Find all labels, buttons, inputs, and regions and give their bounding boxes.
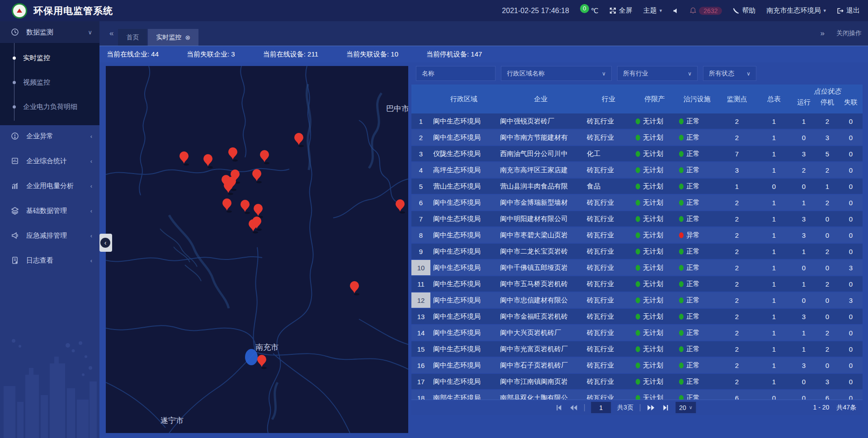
page-size-select[interactable]: 20 ∨: [675, 402, 696, 413]
org-dropdown[interactable]: 南充市生态环境局 ▾: [766, 6, 826, 15]
first-page-button[interactable]: [555, 404, 562, 411]
status-select[interactable]: 所有状态 ∨: [703, 66, 756, 81]
sidebar-collapse-handle[interactable]: ‹: [99, 234, 112, 252]
sidebar-item-1[interactable]: 企业异常‹: [0, 125, 99, 147]
cell-company: 阆中市江南镇阆南页岩: [497, 374, 584, 389]
table-row-17[interactable]: 17阆中生态环境局阆中市江南镇阆南页岩砖瓦行业无计划正常21030: [411, 374, 863, 389]
tabs-scroll-right-icon[interactable]: »: [821, 29, 825, 38]
cell-lost: 0: [839, 162, 863, 178]
sidebar-subitem-0[interactable]: 实时监控: [0, 46, 99, 70]
tab-1[interactable]: 实时监控⊗: [148, 29, 198, 46]
map-pin-icon[interactable]: [203, 154, 213, 169]
map-pin-icon[interactable]: [260, 150, 269, 165]
map-pin-icon[interactable]: [241, 200, 250, 214]
row-number: 2: [411, 130, 430, 145]
table-row-13[interactable]: 13阆中生态环境局阆中市金福旺页岩机砖砖瓦行业无计划正常21300: [411, 309, 863, 324]
map-pin-icon[interactable]: [222, 198, 232, 213]
cell-industry: 砖瓦行业: [584, 113, 633, 129]
table-row-7[interactable]: 7阆中生态环境局阆中明阳建材有限公司砖瓦行业无计划正常21300: [411, 211, 863, 226]
name-search-input[interactable]: 名称: [416, 66, 495, 81]
sidebar-subitem-2[interactable]: 企业电力负荷明细: [0, 94, 99, 119]
map-pin-icon[interactable]: [228, 147, 238, 162]
logout-button[interactable]: 退出: [837, 6, 860, 15]
map-pin-icon[interactable]: [396, 199, 405, 214]
table-row-1[interactable]: 1阆中生态环境局阆中强锐页岩砖厂砖瓦行业无计划正常21120: [411, 113, 863, 129]
last-page-button[interactable]: [662, 404, 669, 411]
table-row-10[interactable]: 10阆中生态环境局阆中千佛镇五郎垭页岩砖瓦行业无计划正常21003: [411, 260, 863, 275]
theme-dropdown[interactable]: 主题 ▾: [643, 6, 662, 15]
map-pin-icon[interactable]: [249, 219, 258, 234]
table-row-6[interactable]: 6阆中生态环境局阆中市金博瑞新型墙材砖瓦行业无计划正常21120: [411, 195, 863, 210]
tab-close-icon[interactable]: ⊗: [185, 34, 190, 41]
map-pin-icon[interactable]: [252, 169, 262, 184]
cell-lost: 0: [839, 195, 863, 210]
col-header-6: 总表: [756, 85, 792, 113]
table-row-9[interactable]: 9阆中生态环境局阆中市二龙长宝页岩砖砖瓦行业无计划正常21120: [411, 244, 863, 259]
next-page-button[interactable]: [646, 404, 656, 411]
map-pin-icon[interactable]: [257, 355, 267, 369]
table-row-8[interactable]: 8阆中生态环境局阆中市枣碧大梁山页岩砖瓦行业无计划异常21300: [411, 227, 863, 243]
sidebar-item-4[interactable]: 基础数据管理‹: [0, 200, 99, 221]
table-row-4[interactable]: 4高坪生态环境局南充市高坪区王家店建砖瓦行业无计划正常31220: [411, 162, 863, 178]
map-pin-icon[interactable]: [224, 181, 233, 195]
table-row-14[interactable]: 14阆中生态环境局阆中大兴页岩机砖厂砖瓦行业无计划正常21120: [411, 325, 863, 340]
cell-points: 2: [718, 113, 756, 129]
cell-points: 2: [718, 309, 756, 324]
top-header: 环保用电监管系统 2021-02-25 17:46:18 0 ℃ 全屏 主题 ▾: [0, 0, 868, 21]
map-canvas[interactable]: 巴中市南充市遂宁市: [106, 66, 408, 433]
map-pin-icon[interactable]: [254, 204, 263, 218]
map-panel[interactable]: 巴中市南充市遂宁市: [106, 66, 408, 433]
cell-facility-status: 正常: [676, 162, 718, 178]
sidebar-item-3[interactable]: 企业用电量分析‹: [0, 175, 99, 197]
cell-region: 阆中生态环境局: [430, 341, 497, 357]
sidebar-item-6[interactable]: 日志查看‹: [0, 250, 99, 271]
cell-limit-status: 无计划: [633, 146, 676, 161]
chevron-left-icon: ‹: [90, 158, 92, 165]
sidebar-item-2[interactable]: 企业综合统计‹: [0, 150, 99, 172]
table-row-15[interactable]: 15阆中生态环境局阆中市光富页岩机砖厂砖瓦行业无计划正常21120: [411, 341, 863, 357]
page-number-input[interactable]: [591, 402, 611, 413]
close-operations-button[interactable]: 关闭操作: [836, 29, 862, 38]
fullscreen-button[interactable]: 全屏: [609, 6, 632, 15]
table-row-5[interactable]: 5营山生态环境局营山县润丰肉食品有限食品无计划正常10010: [411, 179, 863, 194]
cell-facility-status: 正常: [676, 341, 718, 357]
cell-run: 3: [792, 309, 816, 324]
map-pin-icon[interactable]: [294, 133, 304, 147]
cell-limit-status: 无计划: [633, 244, 676, 259]
cell-limit-status: 无计划: [633, 227, 676, 243]
table-row-2[interactable]: 2阆中生态环境局阆中市南方节能建材有砖瓦行业无计划正常21030: [411, 130, 863, 145]
cell-facility-status: 正常: [676, 211, 718, 226]
tabs-scroll-left-icon[interactable]: «: [105, 29, 118, 38]
cell-company: 阆中市光富页岩机砖厂: [497, 341, 584, 357]
cell-meters: 1: [756, 260, 792, 275]
sidebar-item-5[interactable]: 应急减排管理‹: [0, 225, 99, 246]
tab-0[interactable]: 首页: [118, 29, 147, 46]
notifications-button[interactable]: 2632: [690, 7, 722, 15]
industry-select[interactable]: 所有行业 ∨: [617, 66, 698, 81]
status-dot-green: [679, 184, 684, 189]
tab-label: 实时监控: [156, 33, 181, 42]
table-row-18[interactable]: 18南部生态环境局南部县双化土陶有限公砖瓦行业无计划正常60060: [411, 390, 863, 400]
cell-company: 营山县润丰肉食品有限: [497, 179, 584, 194]
help-button[interactable]: 帮助: [733, 6, 755, 15]
mute-button[interactable]: [673, 8, 679, 14]
cell-meters: 1: [756, 211, 792, 226]
region-select[interactable]: 行政区域名称 ∨: [501, 66, 612, 81]
chevron-left-icon: ‹: [90, 232, 92, 239]
col-subheader-0: 运行: [792, 98, 816, 113]
table-row-11[interactable]: 11阆中生态环境局阆中市五马桥页岩机砖砖瓦行业无计划正常21120: [411, 276, 863, 292]
sidebar-subitem-1[interactable]: 视频监控: [0, 70, 99, 94]
status-dot-green: [679, 216, 684, 222]
table-row-16[interactable]: 16阆中生态环境局阆中市石子页岩机砖厂砖瓦行业无计划正常21300: [411, 358, 863, 373]
table-row-3[interactable]: 3仪陇生态环境局西南油气田分公司川中化工无计划正常71350: [411, 146, 863, 161]
map-city-label: 巴中市: [386, 104, 408, 113]
cell-region: 阆中生态环境局: [430, 325, 497, 340]
table-row-12[interactable]: 12阆中生态环境局阆中市忠信建材有限公砖瓦行业无计划正常21003: [411, 292, 863, 308]
map-pin-icon[interactable]: [179, 151, 189, 166]
cell-limit-status: 无计划: [633, 390, 676, 400]
divider: [584, 404, 585, 411]
cell-lost: 0: [839, 374, 863, 389]
map-pin-icon[interactable]: [350, 281, 359, 296]
sidebar-item-0[interactable]: 数据监测∨: [0, 21, 99, 43]
prev-page-button[interactable]: [569, 404, 578, 411]
